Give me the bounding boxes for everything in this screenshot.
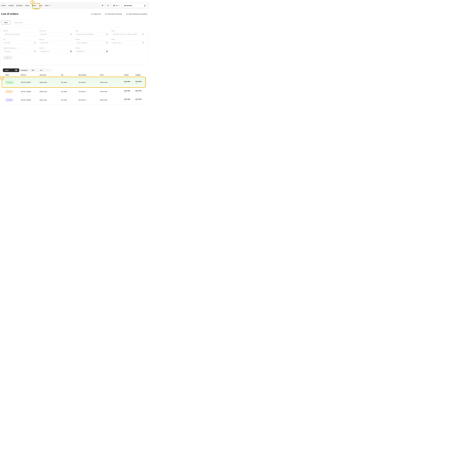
filter-field-status: Status xyxy=(111,39,145,44)
filter-label: Logistics company name xyxy=(3,47,37,49)
tab-active[interactable]: Active 19 xyxy=(3,69,19,72)
export-item-information-label: Export item information xyxy=(108,13,122,15)
store-select-wrap xyxy=(75,32,109,36)
nav-item-more[interactable]: More xyxy=(45,5,50,6)
info-icon xyxy=(107,5,109,6)
chevron-down-icon xyxy=(118,5,120,6)
changed-date: 26.07.2024 xyxy=(135,90,146,92)
caret-down-icon[interactable] xyxy=(106,42,108,43)
col-picker: Picker xyxy=(100,74,124,76)
table-row-prepared[interactable]: Prepared 230726-1234568 Brand name City … xyxy=(3,87,146,96)
picker-select-wrap xyxy=(111,32,145,36)
changed-time: 15:23 xyxy=(135,82,146,84)
edit-button[interactable] xyxy=(100,3,105,8)
tab-processed-label: Processed xyxy=(21,69,27,71)
search-by-id-input[interactable] xyxy=(13,21,33,24)
caret-down-icon[interactable] xyxy=(70,34,72,35)
changed-time: 14:33 xyxy=(135,92,146,93)
filters-button[interactable]: Filters xyxy=(1,21,11,24)
col-store-address: Store address xyxy=(79,74,100,76)
status-cell: Prepared xyxy=(6,90,21,93)
clear-filters-button[interactable]: Clear xyxy=(3,56,12,60)
order-number-input-wrap xyxy=(3,32,37,36)
picker-cell: Picker name xyxy=(100,91,124,92)
order-number-input[interactable] xyxy=(3,32,37,36)
store-select[interactable] xyxy=(75,32,109,36)
chevron-down-icon xyxy=(49,5,50,6)
place-id-input-wrap xyxy=(39,41,73,44)
end-time-input-wrap xyxy=(75,50,109,53)
filter-label: Start time xyxy=(39,47,73,49)
tab-processed-count: 286 xyxy=(31,69,34,71)
changed-date: 26.07.2024 xyxy=(135,99,146,100)
caret-down-icon[interactable] xyxy=(106,34,108,35)
calendar-icon[interactable] xyxy=(70,50,72,52)
nav-item-catalog[interactable]: Catalog xyxy=(8,5,13,6)
created-time: 11:09 xyxy=(124,92,135,93)
info-button[interactable] xyxy=(106,3,110,8)
nav-more-label: More xyxy=(45,5,48,6)
export-item-information-button[interactable]: Export item information xyxy=(105,13,122,15)
picker-cell: Picker name xyxy=(100,81,124,83)
filter-field-order-number: Order № xyxy=(3,30,37,36)
created-date: 26.07.2024 xyxy=(124,81,135,82)
caret-down-icon[interactable] xyxy=(34,51,36,52)
filter-label: City xyxy=(3,39,37,40)
col-city: City xyxy=(61,74,79,76)
order-no-cell: 230726-1234568 xyxy=(21,91,40,92)
nav-item-users[interactable]: Users xyxy=(39,5,43,6)
my-account-button[interactable]: My account xyxy=(122,3,147,8)
export-actions: Export CSV Export item information Expor… xyxy=(91,13,147,15)
end-time-input[interactable] xyxy=(75,50,109,53)
col-created: Created xyxy=(124,74,135,76)
caret-down-icon[interactable] xyxy=(34,42,36,43)
logistics-company-select[interactable] xyxy=(3,50,37,53)
export-ratings-complaints-label: Export ratings and complaints xyxy=(128,13,147,15)
picker-select[interactable] xyxy=(111,32,145,36)
table-body: New order 230726-1234567 Brand name City… xyxy=(3,77,146,105)
language-selector[interactable]: EN xyxy=(112,3,121,8)
created-date: 26.07.2024 xyxy=(124,99,135,100)
table-row-accepted[interactable]: Accepted 230726-1234569 Brand name City … xyxy=(3,96,146,104)
city-cell: City name xyxy=(61,91,79,92)
nav-item-orders[interactable]: Orders xyxy=(32,5,36,6)
annotation-step1-number: 1 xyxy=(32,1,33,4)
filter-grid: Order № Store chain Store Picker xyxy=(3,30,145,53)
tab-active-count: 19 xyxy=(15,69,18,71)
created-cell: 26.07.2024 22:22 xyxy=(124,99,135,101)
tab-all[interactable]: All xyxy=(34,69,42,72)
picker-cell: Picker name xyxy=(100,99,124,101)
platform-select[interactable] xyxy=(75,41,109,44)
annotation-step1-circle: 1 xyxy=(31,0,34,4)
status-badge-prepared: Prepared xyxy=(6,90,13,93)
table-bottom-divider xyxy=(3,104,146,105)
changed-time: 14:12 xyxy=(135,100,146,101)
start-time-input[interactable] xyxy=(39,50,73,53)
table-row-new-order[interactable]: New order 230726-1234567 Brand name City… xyxy=(3,77,146,87)
store-chain-cell: Brand name xyxy=(40,91,61,92)
globe-icon xyxy=(113,5,115,6)
status-select[interactable] xyxy=(111,41,145,44)
order-no-cell: 230726-1234569 xyxy=(21,99,40,101)
city-cell: City name xyxy=(61,81,79,83)
top-actions: EN My account xyxy=(100,3,147,8)
top-navigation-bar: Pickers Catalog Schedules Shops Orders U… xyxy=(0,2,149,9)
filter-label: Store xyxy=(75,30,109,31)
store-chain-select[interactable] xyxy=(39,32,73,36)
tab-processed[interactable]: Processed 286 xyxy=(19,69,34,72)
caret-down-icon[interactable] xyxy=(142,34,144,35)
nav-item-shops[interactable]: Shops xyxy=(25,5,29,6)
person-icon xyxy=(144,5,146,6)
filter-field-store: Store xyxy=(75,30,109,36)
created-cell: 26.07.2024 15:22 xyxy=(124,81,135,84)
nav-item-pickers[interactable]: Pickers xyxy=(1,5,6,6)
nav-item-schedules[interactable]: Schedules xyxy=(16,5,23,6)
created-time: 15:22 xyxy=(124,82,135,84)
city-select[interactable] xyxy=(3,41,37,44)
caret-down-icon[interactable] xyxy=(142,42,144,43)
export-csv-button[interactable]: Export CSV xyxy=(91,13,101,15)
calendar-icon[interactable] xyxy=(106,50,108,52)
filter-label: Platform xyxy=(75,39,109,40)
export-ratings-complaints-button[interactable]: Export ratings and complaints xyxy=(126,13,147,15)
place-id-input[interactable] xyxy=(39,41,73,44)
